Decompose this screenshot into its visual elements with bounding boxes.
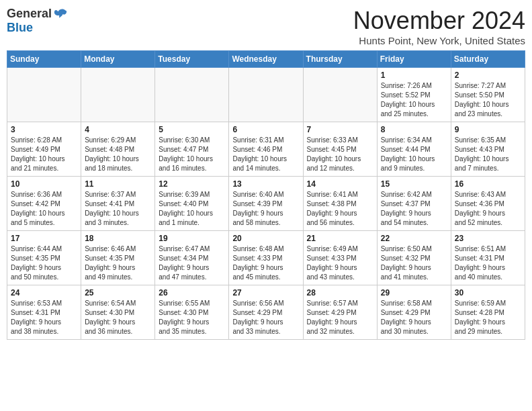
calendar-cell [81,68,155,122]
cell-info: Sunrise: 6:58 AM Sunset: 4:29 PM Dayligh… [381,299,447,336]
calendar-table: SundayMondayTuesdayWednesdayThursdayFrid… [7,50,525,340]
calendar-cell [229,68,303,122]
day-number: 21 [307,234,373,243]
day-number: 30 [455,288,521,298]
calendar-cell: 7Sunrise: 6:33 AM Sunset: 4:45 PM Daylig… [303,122,377,177]
day-number: 7 [307,125,373,134]
day-number: 4 [85,125,151,134]
cell-info: Sunrise: 6:36 AM Sunset: 4:42 PM Dayligh… [11,190,77,228]
calendar-cell: 21Sunrise: 6:49 AM Sunset: 4:33 PM Dayli… [303,231,377,285]
calendar-cell: 25Sunrise: 6:54 AM Sunset: 4:30 PM Dayli… [81,285,155,340]
calendar-cell: 8Sunrise: 6:34 AM Sunset: 4:44 PM Daylig… [377,122,451,177]
day-number: 24 [11,288,77,298]
cell-info: Sunrise: 6:56 AM Sunset: 4:29 PM Dayligh… [232,299,299,336]
column-header-thursday: Thursday [303,51,377,68]
day-number: 17 [11,234,77,243]
cell-info: Sunrise: 6:50 AM Sunset: 4:32 PM Dayligh… [381,244,447,282]
calendar-week-row: 1Sunrise: 7:26 AM Sunset: 5:52 PM Daylig… [7,68,525,122]
column-header-wednesday: Wednesday [229,51,303,68]
cell-info: Sunrise: 6:34 AM Sunset: 4:44 PM Dayligh… [381,136,447,173]
cell-info: Sunrise: 6:55 AM Sunset: 4:30 PM Dayligh… [159,299,225,336]
day-number: 5 [159,125,225,134]
cell-info: Sunrise: 6:35 AM Sunset: 4:43 PM Dayligh… [455,136,521,173]
column-header-friday: Friday [377,51,451,68]
cell-info: Sunrise: 6:31 AM Sunset: 4:46 PM Dayligh… [232,136,299,173]
column-header-sunday: Sunday [7,51,81,68]
cell-info: Sunrise: 6:54 AM Sunset: 4:30 PM Dayligh… [85,299,151,336]
calendar-cell: 1Sunrise: 7:26 AM Sunset: 5:52 PM Daylig… [377,68,451,122]
day-number: 12 [159,179,225,189]
cell-info: Sunrise: 6:37 AM Sunset: 4:41 PM Dayligh… [85,190,151,228]
day-number: 8 [381,125,447,134]
calendar-cell: 11Sunrise: 6:37 AM Sunset: 4:41 PM Dayli… [81,177,155,231]
logo: General Blue [7,7,68,35]
logo-blue-text: Blue [7,21,33,34]
day-number: 22 [381,234,447,243]
cell-info: Sunrise: 6:59 AM Sunset: 4:28 PM Dayligh… [455,299,521,336]
cell-info: Sunrise: 6:53 AM Sunset: 4:31 PM Dayligh… [11,299,77,336]
day-number: 14 [307,179,373,189]
calendar-cell [155,68,229,122]
title-area: November 2024 Hunts Point, New York, Uni… [353,7,525,46]
day-number: 2 [455,71,521,80]
cell-info: Sunrise: 7:27 AM Sunset: 5:50 PM Dayligh… [455,81,521,119]
cell-info: Sunrise: 7:26 AM Sunset: 5:52 PM Dayligh… [381,81,447,119]
calendar-cell: 15Sunrise: 6:42 AM Sunset: 4:37 PM Dayli… [377,177,451,231]
calendar-cell: 14Sunrise: 6:41 AM Sunset: 4:38 PM Dayli… [303,177,377,231]
calendar-week-row: 24Sunrise: 6:53 AM Sunset: 4:31 PM Dayli… [7,285,525,340]
calendar-cell: 9Sunrise: 6:35 AM Sunset: 4:43 PM Daylig… [451,122,525,177]
cell-info: Sunrise: 6:57 AM Sunset: 4:29 PM Dayligh… [307,299,373,336]
day-number: 15 [381,179,447,189]
location-text: Hunts Point, New York, United States [353,35,525,46]
day-number: 10 [11,179,77,189]
calendar-cell: 23Sunrise: 6:51 AM Sunset: 4:31 PM Dayli… [451,231,525,285]
cell-info: Sunrise: 6:41 AM Sunset: 4:38 PM Dayligh… [307,190,373,228]
day-number: 18 [85,234,151,243]
column-header-tuesday: Tuesday [155,51,229,68]
day-number: 11 [85,179,151,189]
calendar-cell: 3Sunrise: 6:28 AM Sunset: 4:49 PM Daylig… [7,122,81,177]
cell-info: Sunrise: 6:33 AM Sunset: 4:45 PM Dayligh… [307,136,373,173]
calendar-cell: 4Sunrise: 6:29 AM Sunset: 4:48 PM Daylig… [81,122,155,177]
cell-info: Sunrise: 6:40 AM Sunset: 4:39 PM Dayligh… [232,190,299,228]
cell-info: Sunrise: 6:28 AM Sunset: 4:49 PM Dayligh… [11,136,77,173]
calendar-cell: 2Sunrise: 7:27 AM Sunset: 5:50 PM Daylig… [451,68,525,122]
day-number: 1 [381,71,447,80]
day-number: 20 [232,234,299,243]
calendar-cell: 5Sunrise: 6:30 AM Sunset: 4:47 PM Daylig… [155,122,229,177]
cell-info: Sunrise: 6:29 AM Sunset: 4:48 PM Dayligh… [85,136,151,173]
cell-info: Sunrise: 6:43 AM Sunset: 4:36 PM Dayligh… [455,190,521,228]
day-number: 27 [232,288,299,298]
calendar-cell: 6Sunrise: 6:31 AM Sunset: 4:46 PM Daylig… [229,122,303,177]
calendar-cell: 13Sunrise: 6:40 AM Sunset: 4:39 PM Dayli… [229,177,303,231]
cell-info: Sunrise: 6:48 AM Sunset: 4:33 PM Dayligh… [232,244,299,282]
cell-info: Sunrise: 6:49 AM Sunset: 4:33 PM Dayligh… [307,244,373,282]
calendar-cell: 26Sunrise: 6:55 AM Sunset: 4:30 PM Dayli… [155,285,229,340]
cell-info: Sunrise: 6:47 AM Sunset: 4:34 PM Dayligh… [159,244,225,282]
day-number: 9 [455,125,521,134]
calendar-cell [303,68,377,122]
day-number: 19 [159,234,225,243]
calendar-week-row: 17Sunrise: 6:44 AM Sunset: 4:35 PM Dayli… [7,231,525,285]
day-number: 25 [85,288,151,298]
cell-info: Sunrise: 6:42 AM Sunset: 4:37 PM Dayligh… [381,190,447,228]
calendar-cell: 27Sunrise: 6:56 AM Sunset: 4:29 PM Dayli… [229,285,303,340]
page-header: General Blue November 2024 Hunts Point, … [7,7,525,46]
cell-info: Sunrise: 6:46 AM Sunset: 4:35 PM Dayligh… [85,244,151,282]
calendar-cell: 18Sunrise: 6:46 AM Sunset: 4:35 PM Dayli… [81,231,155,285]
calendar-cell: 28Sunrise: 6:57 AM Sunset: 4:29 PM Dayli… [303,285,377,340]
calendar-cell: 19Sunrise: 6:47 AM Sunset: 4:34 PM Dayli… [155,231,229,285]
logo-general-text: General [7,7,52,21]
cell-info: Sunrise: 6:30 AM Sunset: 4:47 PM Dayligh… [159,136,225,173]
calendar-cell: 20Sunrise: 6:48 AM Sunset: 4:33 PM Dayli… [229,231,303,285]
calendar-header-row: SundayMondayTuesdayWednesdayThursdayFrid… [7,51,525,68]
logo-bird-icon [53,7,68,21]
calendar-cell: 12Sunrise: 6:39 AM Sunset: 4:40 PM Dayli… [155,177,229,231]
calendar-cell: 17Sunrise: 6:44 AM Sunset: 4:35 PM Dayli… [7,231,81,285]
calendar-cell: 10Sunrise: 6:36 AM Sunset: 4:42 PM Dayli… [7,177,81,231]
calendar-cell: 22Sunrise: 6:50 AM Sunset: 4:32 PM Dayli… [377,231,451,285]
calendar-cell: 29Sunrise: 6:58 AM Sunset: 4:29 PM Dayli… [377,285,451,340]
calendar-cell: 16Sunrise: 6:43 AM Sunset: 4:36 PM Dayli… [451,177,525,231]
day-number: 29 [381,288,447,298]
cell-info: Sunrise: 6:51 AM Sunset: 4:31 PM Dayligh… [455,244,521,282]
